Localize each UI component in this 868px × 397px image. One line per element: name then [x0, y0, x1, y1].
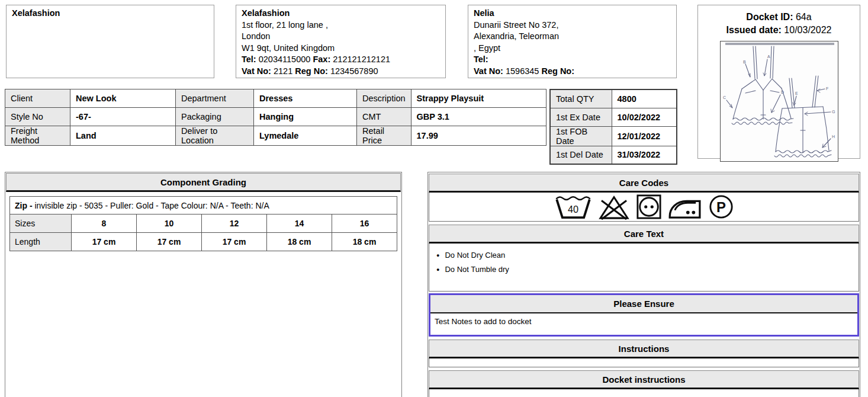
- customer-vat-line: Vat No: 1596345 Reg No:: [474, 66, 671, 78]
- svg-text:A: A: [767, 55, 770, 59]
- order-info-table: Client New Look Department Dresses Descr…: [5, 89, 546, 146]
- table-row: Zip - invisible zip - 5035 - Puller: Gol…: [10, 197, 397, 214]
- care-notes-panel: Care Codes 40: [427, 172, 860, 397]
- qty-label: 1st Del Date: [550, 146, 612, 164]
- info-value: New Look: [70, 89, 176, 108]
- table-row: Total QTY 4800: [550, 89, 677, 108]
- tumble-dry-icon: [636, 194, 662, 220]
- docket-instructions-section: Docket instructions: [429, 370, 859, 397]
- care-codes-section: Care Codes 40: [429, 174, 859, 222]
- please-ensure-header: Please Ensure: [430, 295, 857, 313]
- care-codes-header: Care Codes: [429, 174, 859, 193]
- component-grading-table: Zip - invisible zip - 5035 - Puller: Gol…: [9, 196, 397, 251]
- length-value: 17 cm: [202, 233, 267, 251]
- bullet-icon: ●: [436, 267, 439, 273]
- customer-address-box: Nelia Dunarii Street No 372, Alexandria,…: [468, 5, 677, 78]
- docket-id-box: Docket ID: 64a Issued date: 10/03/2022: [697, 5, 860, 159]
- info-label: Style No: [5, 108, 70, 126]
- info-value: Hanging: [254, 108, 357, 126]
- length-value: 18 cm: [332, 233, 397, 251]
- qty-label: 1st Ex Date: [550, 108, 612, 126]
- docket-instructions-content: [429, 389, 859, 397]
- care-text-section: Care Text ●Do Not Dry Clean ●Do Not Tumb…: [429, 225, 859, 292]
- docket-instructions-header: Docket instructions: [429, 370, 859, 389]
- iron-two-dots-icon: [667, 194, 703, 220]
- garment-sketch: B A C D E F G H: [721, 41, 838, 161]
- info-label: Department: [176, 89, 254, 108]
- size-value: 16: [332, 214, 397, 233]
- svg-text:40: 40: [567, 204, 578, 214]
- customer-address-line: Dunarii Street No 372,: [474, 20, 671, 31]
- factory-vat-line: Vat No: 2121 Reg No: 1234567890: [242, 66, 440, 78]
- info-value: 17.99: [411, 126, 546, 146]
- length-value: 17 cm: [72, 233, 137, 251]
- table-row: Length 17 cm 17 cm 17 cm 18 cm 18 cm: [10, 233, 397, 251]
- svg-text:E: E: [795, 91, 798, 95]
- please-ensure-section[interactable]: Please Ensure Test Notes to add to docke…: [429, 293, 859, 337]
- factory-address-line: London: [242, 31, 440, 43]
- bullet-icon: ●: [436, 252, 439, 258]
- size-value: 10: [137, 214, 202, 233]
- customer-name: Nelia: [474, 8, 671, 20]
- svg-text:F: F: [826, 87, 828, 91]
- zip-spec-cell: Zip - invisible zip - 5035 - Puller: Gol…: [10, 197, 397, 214]
- svg-text:H: H: [832, 135, 835, 139]
- factory-address-line: W1 9qt, United Kingdom: [242, 43, 440, 55]
- svg-text:B: B: [743, 60, 746, 64]
- customer-address-line: Alexandria, Teleorman: [474, 31, 671, 43]
- customer-tel-line: Tel:: [474, 54, 671, 66]
- size-value: 8: [72, 214, 137, 233]
- machine-wash-40-icon: 40: [554, 194, 592, 220]
- info-value: -67-: [70, 108, 176, 126]
- table-row: 1st Del Date 31/03/2022: [550, 146, 677, 164]
- qty-value: 4800: [612, 89, 677, 108]
- dry-clean-p-icon: P: [708, 194, 734, 220]
- docket-id-line: Docket ID: 64a: [698, 11, 860, 24]
- factory-address-line: 1st floor, 21 long lane ,: [242, 20, 440, 31]
- info-value: Strappy Playsuit: [411, 89, 546, 108]
- docket-date-line: Issued date: 10/03/2022: [698, 24, 860, 37]
- length-value: 18 cm: [267, 233, 332, 251]
- info-label: CMT: [357, 108, 412, 126]
- svg-text:D: D: [781, 90, 784, 94]
- qty-label: Total QTY: [550, 89, 612, 108]
- component-grading-panel: Component Grading Zip - invisible zip - …: [5, 172, 402, 397]
- table-row: 1st FOB Date 12/01/2022: [550, 126, 677, 146]
- table-row: Client New Look Department Dresses Descr…: [5, 89, 546, 108]
- size-value: 12: [202, 214, 267, 233]
- instructions-content: [429, 358, 859, 367]
- svg-text:C: C: [723, 95, 726, 100]
- table-row: Style No -67- Packaging Hanging CMT GBP …: [5, 108, 546, 126]
- care-text-item: ●Do Not Dry Clean: [436, 251, 859, 260]
- table-row: 1st Ex Date 10/02/2022: [550, 108, 677, 126]
- length-value: 17 cm: [137, 233, 202, 251]
- company-address-box: Xelafashion: [6, 5, 214, 78]
- please-ensure-note[interactable]: Test Notes to add to docket: [430, 313, 857, 335]
- info-value: Land: [70, 126, 176, 146]
- qty-value: 12/01/2022: [612, 126, 677, 146]
- care-text-item: ●Do Not Tumble dry: [436, 265, 859, 274]
- instructions-section: Instructions: [429, 340, 859, 367]
- care-text-list: ●Do Not Dry Clean ●Do Not Tumble dry: [429, 244, 859, 292]
- qty-dates-table: Total QTY 4800 1st Ex Date 10/02/2022 1s…: [549, 89, 677, 165]
- qty-value: 31/03/2022: [612, 146, 677, 164]
- info-label: Client: [5, 89, 70, 108]
- instructions-header: Instructions: [429, 340, 859, 358]
- info-label: Deliver to Location: [176, 126, 254, 146]
- table-row: Sizes 8 10 12 14 16: [10, 214, 397, 233]
- do-not-bleach-icon: [597, 194, 631, 220]
- care-text-header: Care Text: [429, 225, 859, 244]
- component-grading-header: Component Grading: [6, 173, 401, 192]
- factory-tel-line: Tel: 02034115000 Fax: 212121212121: [242, 54, 440, 66]
- info-label: Description: [357, 89, 412, 108]
- factory-address-box: Xelafashion 1st floor, 21 long lane , Lo…: [236, 5, 446, 78]
- qty-label: 1st FOB Date: [550, 126, 612, 146]
- size-value: 14: [267, 214, 332, 233]
- care-codes-symbols: 40 P: [429, 193, 859, 222]
- customer-address-line: , Egypt: [474, 43, 671, 55]
- table-row: Freight Method Land Deliver to Location …: [5, 126, 546, 146]
- info-label: Freight Method: [5, 126, 70, 146]
- svg-text:P: P: [716, 199, 726, 215]
- info-value: Lymedale: [254, 126, 357, 146]
- info-label: Retail Price: [357, 126, 412, 146]
